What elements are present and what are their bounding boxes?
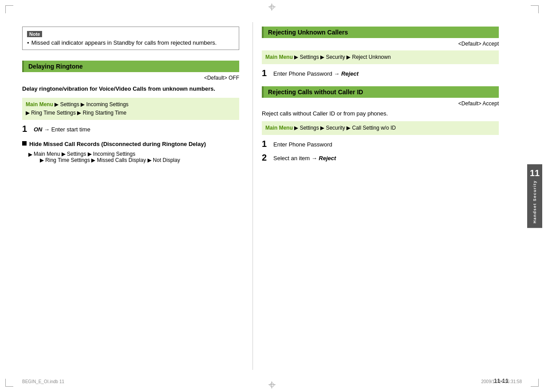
note-label: Note — [27, 31, 42, 37]
step-number-1: 1 — [22, 124, 30, 133]
black-bullet-item: Hide Missed Call Records (Disconnected d… — [22, 140, 239, 149]
right-column: Rejecting Unknown Callers <Default> Acce… — [253, 18, 525, 374]
step-nc1-text: Enter Phone Password — [273, 139, 332, 149]
delaying-ringtone-nav: Main Menu ▶ Settings ▶ Incoming Settings… — [22, 98, 239, 120]
sub-arrow-icon: ▶ — [28, 152, 32, 158]
rejecting-unknown-callers-title: Rejecting Unknown Callers — [262, 27, 499, 38]
no-callerid-step-1: 1 Enter Phone Password — [262, 139, 499, 149]
black-square-icon — [22, 141, 27, 146]
step-r1-text: Enter Phone Password → Reject — [273, 69, 358, 78]
reg-mark-bottom — [268, 381, 276, 388]
rejecting-unknown-default: <Default> Accept — [262, 41, 499, 47]
rejecting-unknown-nav: Main Menu ▶ Settings ▶ Security ▶ Reject… — [262, 50, 499, 64]
step-r1-italic: Reject — [341, 70, 358, 77]
corner-mark-bl — [5, 379, 13, 387]
rejecting-no-callerid-description: Reject calls without Caller ID or from p… — [262, 110, 499, 117]
step-1-arrow: → Enter start time — [43, 126, 90, 133]
reject-unknown-step-1: 1 Enter Phone Password → Reject — [262, 69, 499, 78]
note-bullet: Missed call indicator appears in Standby… — [27, 39, 234, 46]
corner-mark-br — [531, 379, 539, 387]
sub-nav-main-menu: Main Menu — [34, 151, 60, 157]
nav-rest-r2: ▶ Settings ▶ Security ▶ Call Setting w/o… — [293, 125, 396, 131]
step-number-nc2: 2 — [262, 153, 270, 162]
chapter-title: Handset Security — [532, 180, 537, 223]
rejecting-no-callerid-nav: Main Menu ▶ Settings ▶ Security ▶ Call S… — [262, 121, 499, 135]
sub-nav-2: ▶ Ring Time Settings ▶ Missed Calls Disp… — [40, 157, 180, 163]
chapter-number: 11 — [530, 169, 540, 177]
sub-nav-text: Main Menu ▶ Settings ▶ Incoming Settings… — [34, 151, 180, 163]
footer-left: BEGIN_E_OI.indb 11 — [22, 379, 64, 384]
delaying-ringtone-section: Delaying Ringtone <Default> OFF Delay ri… — [22, 61, 239, 163]
step-1: 1 ON → Enter start time — [22, 124, 239, 134]
left-column: Note Missed call indicator appears in St… — [18, 18, 253, 374]
rejecting-no-callerid-section: Rejecting Calls without Caller ID <Defau… — [262, 86, 499, 163]
step-nc2-text: Select an item → Reject — [273, 153, 336, 163]
nav-main-menu: Main Menu — [26, 101, 53, 108]
step-number-r1: 1 — [262, 69, 270, 77]
step-1-on: ON — [34, 126, 43, 133]
no-callerid-step-2: 2 Select an item → Reject — [262, 153, 499, 163]
delaying-ringtone-title: Delaying Ringtone — [22, 61, 239, 72]
step-r1-prefix: Enter Phone Password → — [273, 70, 341, 77]
nav-rest-line1: ▶ Settings ▶ Incoming Settings — [53, 101, 128, 108]
nav-rest-r1: ▶ Settings ▶ Security ▶ Reject Unknown — [293, 54, 391, 60]
reg-mark-top — [268, 4, 276, 11]
nav-rest-line2: ▶ Ring Time Settings ▶ Ring Starting Tim… — [26, 110, 126, 116]
step-nc2-italic: Reject — [319, 155, 336, 161]
step-nc2-prefix: Select an item → — [273, 155, 319, 161]
step-number-nc1: 1 — [262, 139, 270, 148]
sub-nav-line: ▶ Main Menu ▶ Settings ▶ Incoming Settin… — [28, 151, 239, 163]
rejecting-no-callerid-default: <Default> Accept — [262, 100, 499, 107]
note-text: Missed call indicator appears in Standby… — [31, 39, 217, 46]
chapter-tab: 11 Handset Security — [527, 164, 542, 228]
corner-mark-tr — [531, 5, 539, 13]
nav-main-menu-r2: Main Menu — [265, 125, 293, 131]
step-1-text: ON → Enter start time — [34, 124, 90, 134]
delaying-ringtone-description: Delay ringtone/vibration for Voice/Video… — [22, 85, 239, 93]
rejecting-unknown-callers-section: Rejecting Unknown Callers <Default> Acce… — [262, 27, 499, 78]
nav-main-menu-r1: Main Menu — [265, 54, 293, 60]
sub-nav: ▶ Main Menu ▶ Settings ▶ Incoming Settin… — [28, 151, 239, 163]
hide-missed-calls-title: Hide Missed Call Records (Disconnected d… — [29, 140, 206, 149]
rejecting-no-callerid-title: Rejecting Calls without Caller ID — [262, 86, 499, 98]
corner-mark-tl — [5, 5, 13, 13]
hide-missed-calls-section: Hide Missed Call Records (Disconnected d… — [22, 140, 239, 163]
note-box: Note Missed call indicator appears in St… — [22, 27, 239, 50]
footer-right-display: 2009/12/14 16:31:58 — [481, 379, 522, 384]
delaying-ringtone-default: <Default> OFF — [22, 75, 239, 81]
sub-nav-1: ▶ Settings ▶ Incoming Settings — [60, 151, 135, 157]
